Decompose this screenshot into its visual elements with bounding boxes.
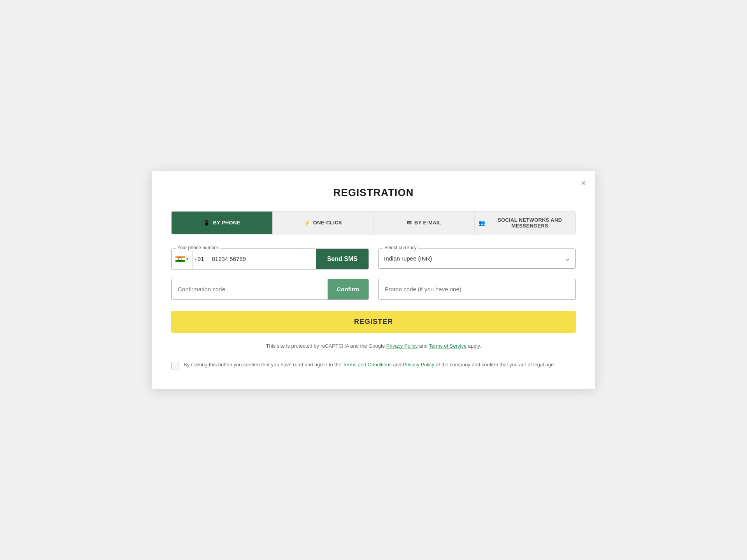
- currency-label: Select currency: [383, 245, 418, 250]
- close-button[interactable]: ×: [581, 179, 586, 187]
- terms-text-before: By clicking this button you confirm that…: [184, 362, 343, 368]
- confirmation-code-input[interactable]: [172, 279, 328, 299]
- lightning-icon: ⚡: [304, 220, 310, 226]
- promo-field-wrapper: [378, 279, 576, 300]
- country-chevron-icon: ▾: [186, 257, 188, 261]
- phone-currency-row: Your phone number ▾ +91 Send SMS Select …: [171, 248, 576, 270]
- registration-modal: × REGISTRATION 📱 BY PHONE ⚡ ONE-CLICK ✉ …: [152, 171, 595, 389]
- recaptcha-text-before: This site is protected by reCAPTCHA and …: [266, 343, 386, 349]
- terms-text: By clicking this button you confirm that…: [184, 361, 554, 369]
- india-flag-icon: [175, 256, 185, 262]
- tab-by-email-label: BY E-MAIL: [414, 220, 441, 226]
- tab-by-phone-label: BY PHONE: [213, 220, 240, 226]
- modal-title: REGISTRATION: [171, 187, 576, 199]
- terms-of-service-link[interactable]: Terms of Service: [429, 343, 466, 349]
- currency-select[interactable]: Indian rupee (INR) ⌄: [378, 248, 576, 269]
- terms-text-after: of the company and confirm that you are …: [434, 362, 554, 368]
- privacy-policy-link[interactable]: Privacy Policy: [386, 343, 418, 349]
- phone-group: Your phone number ▾ +91 Send SMS: [171, 248, 369, 270]
- terms-checkbox[interactable]: [171, 362, 179, 369]
- currency-value: Indian rupee (INR): [384, 255, 432, 262]
- currency-chevron-icon: ⌄: [565, 255, 570, 262]
- phone-label: Your phone number: [176, 245, 220, 250]
- phone-field-wrapper: ▾ +91 Send SMS: [171, 248, 369, 270]
- social-icon: 👥: [479, 220, 485, 226]
- phone-icon: 📱: [203, 220, 210, 226]
- tab-social-label: SOCIAL NETWORKS AND MESSENGERS: [488, 217, 572, 229]
- country-code: +91: [193, 249, 207, 269]
- tab-one-click-label: ONE-CLICK: [313, 220, 342, 226]
- terms-conditions-link[interactable]: Terms and Conditions: [343, 362, 392, 368]
- send-sms-button[interactable]: Send SMS: [316, 249, 368, 269]
- promo-code-input[interactable]: [379, 279, 575, 299]
- registration-tabs: 📱 BY PHONE ⚡ ONE-CLICK ✉ BY E-MAIL 👥 SOC…: [171, 211, 576, 234]
- phone-number-input[interactable]: [207, 249, 316, 269]
- tab-by-phone[interactable]: 📱 BY PHONE: [172, 212, 273, 234]
- tab-social[interactable]: 👥 SOCIAL NETWORKS AND MESSENGERS: [475, 212, 575, 234]
- register-button[interactable]: REGISTER: [171, 311, 576, 333]
- confirmation-promo-row: Confirm: [171, 279, 576, 300]
- recaptcha-notice: This site is protected by reCAPTCHA and …: [171, 342, 576, 350]
- confirmation-field-wrapper: Confirm: [171, 279, 369, 300]
- currency-group: Select currency Indian rupee (INR) ⌄: [378, 248, 576, 270]
- tab-by-email[interactable]: ✉ BY E-MAIL: [374, 212, 475, 234]
- email-icon: ✉: [407, 220, 412, 226]
- recaptcha-text-after: apply.: [466, 343, 481, 349]
- confirm-button[interactable]: Confirm: [328, 279, 369, 299]
- terms-row: By clicking this button you confirm that…: [171, 361, 576, 369]
- terms-privacy-link[interactable]: Privacy Policy: [403, 362, 434, 368]
- tab-one-click[interactable]: ⚡ ONE-CLICK: [273, 212, 374, 234]
- recaptcha-and-text: and: [418, 343, 429, 349]
- country-selector[interactable]: ▾: [172, 249, 193, 269]
- terms-and-text: and: [392, 362, 403, 368]
